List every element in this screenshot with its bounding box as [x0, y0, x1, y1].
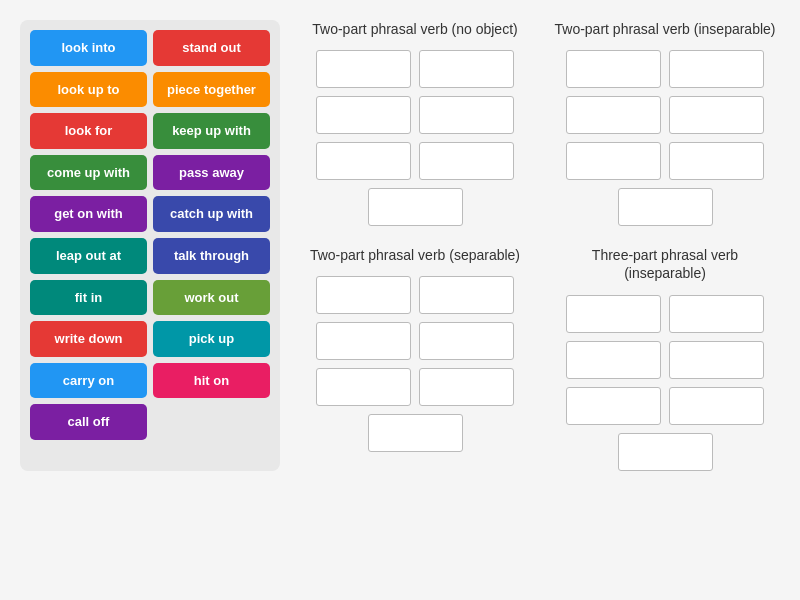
drop-row-single [300, 414, 530, 452]
phrase-button[interactable]: talk through [153, 238, 270, 274]
phrase-button[interactable]: pass away [153, 155, 270, 191]
drop-box[interactable] [669, 50, 764, 88]
drop-box[interactable] [316, 322, 411, 360]
drop-box[interactable] [316, 50, 411, 88]
drop-row [300, 368, 530, 406]
drop-row [300, 322, 530, 360]
phrase-button[interactable]: look into [30, 30, 147, 66]
category-three-part: Three-part phrasal verb (inseparable) [550, 246, 780, 470]
drop-box[interactable] [419, 368, 514, 406]
drop-box[interactable] [316, 276, 411, 314]
drop-row [300, 276, 530, 314]
drop-box[interactable] [316, 368, 411, 406]
drop-row [550, 142, 780, 180]
drop-row [300, 96, 530, 134]
drop-row-single [550, 433, 780, 471]
drop-row-single [550, 188, 780, 226]
drop-box[interactable] [419, 50, 514, 88]
phrase-button[interactable]: piece together [153, 72, 270, 108]
drop-box[interactable] [669, 295, 764, 333]
phrase-button[interactable]: leap out at [30, 238, 147, 274]
category-separable: Two-part phrasal verb (separable) [300, 246, 530, 470]
drop-box[interactable] [566, 96, 661, 134]
drop-box-single[interactable] [618, 433, 713, 471]
drop-box[interactable] [566, 387, 661, 425]
drop-row [550, 295, 780, 333]
main-container: look intostand outlook up topiece togeth… [20, 20, 780, 471]
drop-box[interactable] [316, 142, 411, 180]
phrase-button[interactable]: fit in [30, 280, 147, 316]
phrase-button[interactable]: keep up with [153, 113, 270, 149]
right-panel: Two-part phrasal verb (no object) Two-pa… [300, 20, 780, 471]
drop-box[interactable] [669, 96, 764, 134]
drop-box[interactable] [566, 341, 661, 379]
phrase-button[interactable]: stand out [153, 30, 270, 66]
category-separable-title: Two-part phrasal verb (separable) [300, 246, 530, 264]
drop-box[interactable] [669, 142, 764, 180]
drop-box[interactable] [669, 341, 764, 379]
drop-box-single[interactable] [618, 188, 713, 226]
drop-row [550, 50, 780, 88]
drop-box-single[interactable] [368, 188, 463, 226]
drop-box[interactable] [419, 96, 514, 134]
phrase-button[interactable]: catch up with [153, 196, 270, 232]
category-inseparable: Two-part phrasal verb (inseparable) [550, 20, 780, 226]
drop-row [550, 341, 780, 379]
drop-row-single [300, 188, 530, 226]
phrase-button[interactable]: call off [30, 404, 147, 440]
phrase-button[interactable]: come up with [30, 155, 147, 191]
drop-box[interactable] [419, 142, 514, 180]
phrase-button[interactable]: write down [30, 321, 147, 357]
drop-row [550, 387, 780, 425]
category-no-object: Two-part phrasal verb (no object) [300, 20, 530, 226]
drop-row [300, 50, 530, 88]
drop-box-single[interactable] [368, 414, 463, 452]
category-no-object-title: Two-part phrasal verb (no object) [300, 20, 530, 38]
drop-box[interactable] [566, 142, 661, 180]
drop-box[interactable] [316, 96, 411, 134]
drop-box[interactable] [566, 295, 661, 333]
drop-row [300, 142, 530, 180]
drop-box[interactable] [419, 276, 514, 314]
drop-row [550, 96, 780, 134]
phrase-button[interactable]: carry on [30, 363, 147, 399]
phrase-button[interactable]: look for [30, 113, 147, 149]
phrase-button[interactable]: hit on [153, 363, 270, 399]
phrase-button[interactable]: work out [153, 280, 270, 316]
left-panel: look intostand outlook up topiece togeth… [20, 20, 280, 471]
category-three-part-title: Three-part phrasal verb (inseparable) [550, 246, 780, 282]
category-inseparable-title: Two-part phrasal verb (inseparable) [550, 20, 780, 38]
drop-box[interactable] [669, 387, 764, 425]
phrase-button[interactable]: look up to [30, 72, 147, 108]
drop-box[interactable] [566, 50, 661, 88]
drop-box[interactable] [419, 322, 514, 360]
phrase-button[interactable]: pick up [153, 321, 270, 357]
phrase-button[interactable]: get on with [30, 196, 147, 232]
